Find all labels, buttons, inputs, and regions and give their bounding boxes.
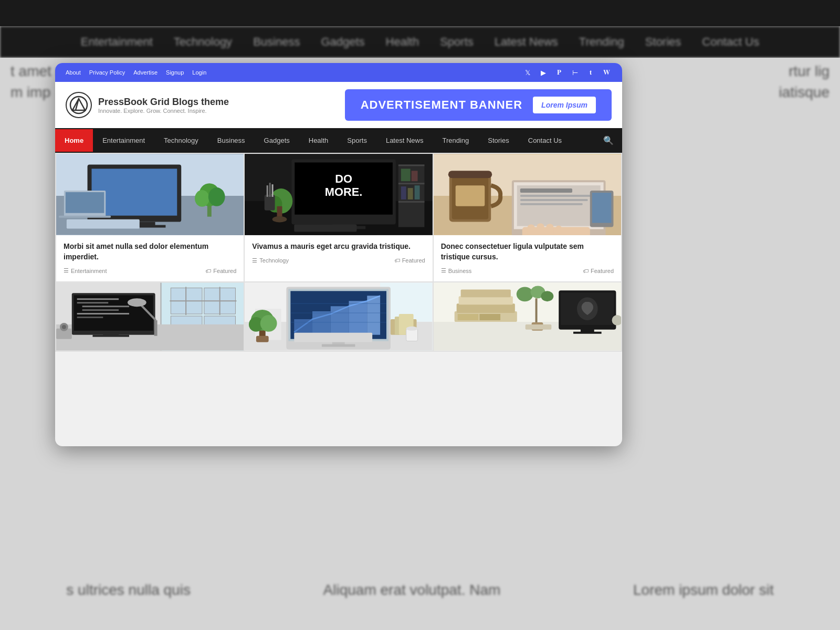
nav-item-sports[interactable]: Sports — [338, 129, 376, 152]
svg-text:DO: DO — [335, 172, 353, 185]
svg-rect-132 — [535, 298, 537, 324]
ad-banner-button[interactable]: Lorem Ipsum — [533, 97, 596, 113]
card-image-2: DO MORE. — [245, 154, 432, 235]
category-label-2: Technology — [259, 257, 289, 264]
svg-rect-128 — [458, 296, 512, 304]
svg-rect-80 — [82, 306, 129, 307]
featured-label-1: Featured — [213, 268, 236, 274]
featured-icon-2: 🏷 — [394, 257, 400, 264]
svg-rect-78 — [77, 298, 119, 300]
card-meta-3: ☰ Business 🏷 Featured — [441, 267, 614, 277]
pinterest-icon[interactable]: 𝐏 — [554, 67, 564, 78]
svg-rect-32 — [408, 188, 413, 200]
svg-rect-39 — [265, 195, 275, 211]
svg-rect-53 — [520, 195, 593, 197]
svg-point-88 — [128, 298, 146, 307]
article-card-3: Donec consectetuer ligula vulputate sem … — [434, 154, 621, 281]
featured-icon-3: 🏷 — [583, 268, 589, 274]
svg-rect-36 — [277, 206, 282, 217]
svg-point-117 — [260, 315, 277, 332]
nav-item-technology[interactable]: Technology — [154, 129, 208, 152]
svg-point-15 — [195, 190, 209, 207]
svg-point-16 — [208, 187, 225, 206]
svg-marker-98 — [295, 319, 313, 335]
svg-rect-143 — [525, 324, 551, 330]
svg-marker-102 — [368, 296, 381, 334]
article-card-2: DO MORE. — [245, 154, 432, 281]
ad-banner-text: ADVERTISEMENT BANNER — [361, 98, 522, 112]
svg-rect-86 — [154, 320, 158, 336]
svg-rect-131 — [479, 314, 500, 320]
svg-point-91 — [62, 325, 66, 329]
svg-rect-48 — [448, 171, 491, 178]
bottom-card-1 — [56, 282, 244, 351]
svg-point-135 — [541, 291, 553, 302]
card-body-3: Donec consectetuer ligula vulputate sem … — [434, 235, 621, 281]
nav-item-stories[interactable]: Stories — [478, 129, 518, 152]
bottom-card-image-2: 2019 2020 2021 2022 — [245, 282, 432, 351]
svg-rect-142 — [573, 332, 602, 334]
bottom-card-2: 2019 2020 2021 2022 — [245, 282, 432, 351]
signup-link[interactable]: Signup — [166, 69, 184, 76]
svg-rect-58 — [527, 225, 534, 235]
svg-marker-100 — [331, 306, 349, 335]
svg-marker-99 — [312, 311, 331, 335]
svg-rect-52 — [520, 188, 572, 193]
nav-item-entertainment[interactable]: Entertainment — [93, 129, 154, 152]
svg-rect-130 — [457, 314, 478, 320]
content-grid: Morbi sit amet nulla sed dolor elementum… — [55, 153, 622, 352]
privacy-policy-link[interactable]: Privacy Policy — [89, 69, 125, 76]
twitter-icon[interactable]: 𝕏 — [522, 67, 533, 78]
card-featured-3: 🏷 Featured — [583, 268, 614, 274]
svg-rect-47 — [455, 185, 485, 206]
svg-rect-27 — [398, 183, 425, 184]
social-icons: 𝕏 ▶ 𝐏 ⊢ 𝐭 𝐖 — [522, 67, 612, 78]
about-link[interactable]: About — [66, 69, 81, 76]
category-label-1: Entertainment — [71, 268, 107, 274]
svg-rect-31 — [401, 186, 406, 200]
svg-rect-28 — [398, 201, 425, 203]
main-navigation: Home Entertainment Technology Business G… — [55, 128, 622, 153]
svg-rect-61 — [555, 226, 562, 235]
svg-rect-12 — [67, 219, 140, 229]
svg-rect-79 — [77, 302, 109, 303]
category-icon-2: ☰ — [252, 257, 257, 264]
main-window: About Privacy Policy Advertise Signup Lo… — [55, 63, 622, 446]
card-featured-2: 🏷 Featured — [394, 257, 425, 264]
card-image-3 — [434, 154, 621, 235]
nav-item-home[interactable]: Home — [55, 129, 93, 152]
svg-rect-111 — [322, 344, 355, 347]
svg-rect-11 — [59, 216, 111, 218]
svg-rect-85 — [92, 335, 129, 337]
svg-text:MORE.: MORE. — [325, 185, 363, 198]
featured-icon-1: 🏷 — [205, 268, 211, 274]
login-link[interactable]: Login — [192, 69, 206, 76]
utility-links: About Privacy Policy Advertise Signup Lo… — [66, 69, 206, 76]
svg-rect-72 — [185, 287, 186, 316]
svg-rect-33 — [415, 185, 420, 200]
nav-item-gadgets[interactable]: Gadgets — [255, 129, 299, 152]
card-title-2: Vivamus a mauris eget arcu gravida trist… — [252, 242, 425, 252]
logo-icon — [66, 92, 92, 118]
nav-item-trending[interactable]: Trending — [433, 129, 478, 152]
nav-item-latest-news[interactable]: Latest News — [376, 129, 433, 152]
svg-rect-118 — [256, 336, 269, 342]
search-button[interactable]: 🔍 — [595, 128, 622, 153]
featured-label-2: Featured — [402, 257, 425, 264]
youtube-icon[interactable]: ▶ — [538, 67, 549, 78]
svg-rect-112 — [295, 333, 373, 342]
nav-item-business[interactable]: Business — [208, 129, 255, 152]
svg-point-123 — [406, 327, 418, 331]
nav-item-health[interactable]: Health — [299, 129, 338, 152]
medium-icon[interactable]: ⊢ — [570, 67, 580, 78]
svg-rect-10 — [66, 192, 104, 213]
advertise-link[interactable]: Advertise — [133, 69, 158, 76]
card-image-1 — [56, 154, 244, 235]
svg-rect-83 — [77, 317, 103, 318]
header-area: PressBook Grid Blogs theme Innovate. Exp… — [55, 82, 622, 128]
nav-item-contact-us[interactable]: Contact Us — [519, 129, 571, 152]
tumblr-icon[interactable]: 𝐭 — [585, 67, 596, 78]
svg-rect-129 — [460, 290, 510, 298]
wordpress-icon[interactable]: 𝐖 — [601, 67, 612, 78]
svg-rect-74 — [219, 287, 220, 316]
